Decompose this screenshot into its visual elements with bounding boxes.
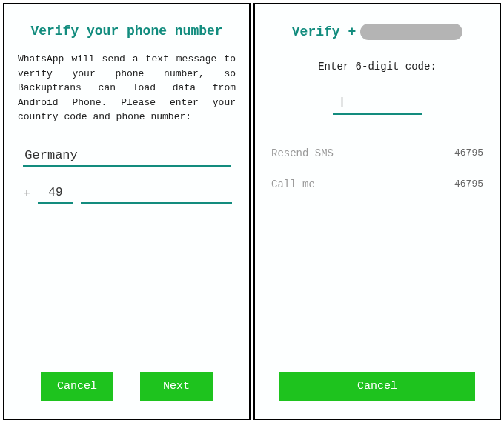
country-code-input[interactable]	[38, 183, 73, 204]
phone-row: +	[23, 183, 230, 204]
next-button[interactable]: Next	[140, 372, 213, 401]
call-me-label: Call me	[271, 179, 315, 190]
resend-sms-label: Resend SMS	[271, 147, 334, 159]
verification-code-input[interactable]	[333, 92, 422, 115]
button-row: Cancel Next	[18, 372, 236, 401]
resend-sms-timer: 46795	[454, 147, 483, 159]
plus-prefix: +	[23, 187, 30, 204]
resend-sms-row[interactable]: Resend SMS 46795	[268, 147, 486, 159]
cancel-button[interactable]: Cancel	[41, 372, 113, 401]
verify-number-pane: Verify your phone number WhatsApp will s…	[3, 3, 251, 420]
call-me-row[interactable]: Call me 46795	[268, 179, 486, 190]
country-input[interactable]	[23, 145, 230, 167]
verify-code-pane: Verify + Enter 6-digit code: Resend SMS …	[253, 3, 501, 420]
cancel-button[interactable]: Cancel	[279, 372, 476, 401]
page-title: Verify +	[292, 24, 356, 39]
phone-number-input[interactable]	[81, 183, 232, 204]
enter-code-label: Enter 6-digit code:	[268, 61, 486, 73]
call-me-timer: 46795	[454, 179, 483, 190]
title-row: Verify +	[268, 24, 486, 40]
page-title: Verify your phone number	[18, 24, 236, 39]
instruction-text: WhatsApp will send a text message to ver…	[18, 52, 236, 124]
redacted-number	[360, 24, 462, 40]
